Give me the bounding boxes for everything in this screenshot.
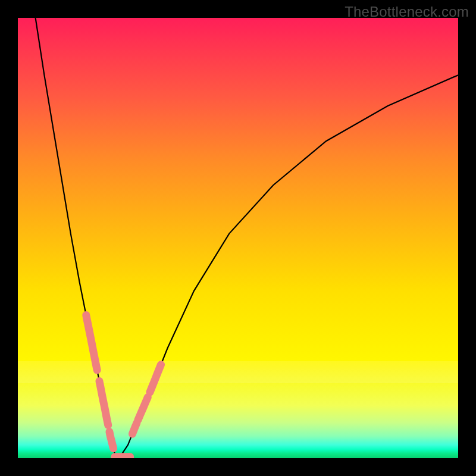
highlight-segment	[86, 315, 98, 371]
highlight-segment	[150, 365, 161, 392]
watermark-text: TheBottleneck.com	[345, 4, 469, 20]
plot-area	[18, 18, 458, 458]
curve-right	[119, 75, 458, 458]
chart-container: TheBottleneck.com	[0, 0, 476, 476]
highlight-segments	[86, 315, 161, 457]
curve-left	[36, 18, 120, 458]
highlight-segment	[138, 397, 148, 420]
curve-layer	[18, 18, 458, 458]
highlight-segment	[99, 381, 108, 425]
highlight-segment	[109, 432, 114, 449]
highlight-segment	[132, 423, 136, 434]
